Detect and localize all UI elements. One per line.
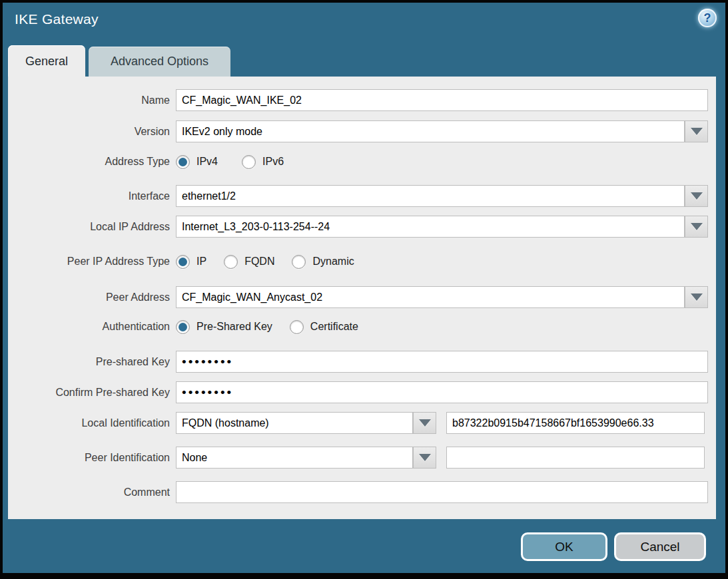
radio-fqdn-label[interactable]: FQDN xyxy=(244,256,274,268)
peer-identification-value-input[interactable] xyxy=(446,447,705,469)
chevron-down-icon xyxy=(419,454,431,461)
radio-dynamic-label[interactable]: Dynamic xyxy=(312,256,354,268)
peer-address-label: Peer Address xyxy=(8,286,170,308)
help-icon[interactable]: ? xyxy=(698,9,717,27)
radio-ip-label[interactable]: IP xyxy=(196,256,206,268)
radio-ipv6-label[interactable]: IPv6 xyxy=(262,156,284,168)
chevron-down-icon xyxy=(691,192,703,200)
radio-ipv4-label[interactable]: IPv4 xyxy=(196,156,218,168)
tab-general[interactable]: General xyxy=(8,45,85,77)
pre-shared-key-input[interactable] xyxy=(176,351,708,373)
peer-identification-dropdown-button[interactable] xyxy=(413,447,436,469)
version-input[interactable] xyxy=(176,120,685,142)
local-identification-label: Local Identification xyxy=(8,412,170,434)
radio-pre-shared-key-label[interactable]: Pre-Shared Key xyxy=(196,321,272,333)
peer-identification-label: Peer Identification xyxy=(8,447,170,469)
radio-ipv4[interactable] xyxy=(176,155,190,169)
chevron-down-icon xyxy=(691,293,703,301)
confirm-pre-shared-key-input[interactable] xyxy=(176,381,708,403)
address-type-radio-group: IPv4 IPv6 xyxy=(176,152,308,171)
local-identification-dropdown-button[interactable] xyxy=(413,412,436,434)
authentication-radio-group: Pre-Shared Key Certificate xyxy=(176,317,382,336)
radio-ipv6[interactable] xyxy=(242,155,256,169)
version-label: Version xyxy=(8,120,170,142)
peer-address-input[interactable] xyxy=(176,286,685,308)
interface-label: Interface xyxy=(8,185,170,207)
local-identification-type-input[interactable] xyxy=(176,412,413,434)
authentication-label: Authentication xyxy=(8,317,170,336)
comment-input[interactable] xyxy=(176,481,708,503)
local-ip-address-input[interactable] xyxy=(176,216,685,238)
pre-shared-key-label: Pre-shared Key xyxy=(8,351,170,373)
radio-pre-shared-key[interactable] xyxy=(176,320,190,334)
peer-address-dropdown-button[interactable] xyxy=(685,286,708,308)
general-form: Name Version Address Type IPv4 IPv6 Inte… xyxy=(8,77,716,519)
comment-label: Comment xyxy=(8,481,170,503)
cancel-button[interactable]: Cancel xyxy=(614,532,706,561)
local-ip-address-label: Local IP Address xyxy=(8,216,170,238)
ok-button[interactable]: OK xyxy=(521,532,607,561)
address-type-label: Address Type xyxy=(8,152,170,171)
peer-identification-type-input[interactable] xyxy=(176,447,413,469)
interface-input[interactable] xyxy=(176,185,685,207)
peer-ip-address-type-radio-group: IP FQDN Dynamic xyxy=(176,252,378,271)
name-label: Name xyxy=(8,89,170,111)
local-ip-address-dropdown-button[interactable] xyxy=(685,216,708,238)
confirm-pre-shared-key-label: Confirm Pre-shared Key xyxy=(8,381,170,403)
radio-ip[interactable] xyxy=(176,255,190,269)
radio-fqdn[interactable] xyxy=(224,255,238,269)
interface-dropdown-button[interactable] xyxy=(685,185,708,207)
dialog-title: IKE Gateway xyxy=(15,11,99,27)
ike-gateway-dialog: IKE Gateway ? General Advanced Options N… xyxy=(3,3,725,573)
radio-certificate[interactable] xyxy=(290,320,304,334)
dialog-frame: IKE Gateway ? General Advanced Options N… xyxy=(0,0,728,579)
tab-advanced-options[interactable]: Advanced Options xyxy=(89,47,230,77)
version-dropdown-button[interactable] xyxy=(685,120,708,142)
radio-certificate-label[interactable]: Certificate xyxy=(310,321,358,333)
chevron-down-icon xyxy=(691,128,703,135)
local-identification-value-input[interactable] xyxy=(446,412,705,434)
name-input[interactable] xyxy=(176,89,708,111)
radio-dynamic[interactable] xyxy=(292,255,306,269)
chevron-down-icon xyxy=(691,223,703,230)
chevron-down-icon xyxy=(419,419,431,427)
peer-ip-address-type-label: Peer IP Address Type xyxy=(8,252,170,271)
